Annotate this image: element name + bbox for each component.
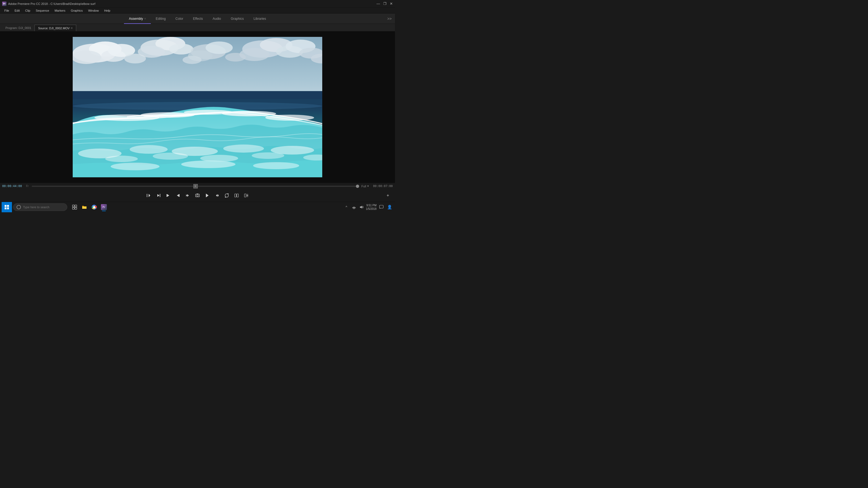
menu-window[interactable]: Window [86, 8, 101, 13]
step-back-button[interactable] [155, 192, 162, 199]
zoom-dropdown-icon[interactable]: ▾ [367, 184, 369, 188]
workspace-bar: Assembly ≡ Editing Color Effects Audio G… [0, 13, 395, 24]
add-controls-button[interactable]: + [384, 192, 392, 199]
svg-marker-59 [216, 194, 218, 197]
maximize-button[interactable]: ❐ [383, 2, 386, 5]
play-button[interactable] [204, 192, 211, 199]
svg-marker-58 [206, 194, 209, 197]
step-forward-button[interactable] [213, 192, 221, 199]
volume-icon[interactable] [358, 204, 365, 210]
overwrite-button[interactable] [243, 192, 250, 199]
assembly-menu-icon[interactable]: ≡ [144, 17, 146, 20]
title-left: Pr Adobe Premiere Pro CC 2018 - C:\Users… [2, 2, 95, 6]
source-monitor-tab[interactable]: Source: DJI_0002.MOV ≡ [34, 25, 76, 31]
svg-rect-68 [7, 205, 9, 207]
svg-marker-53 [187, 194, 189, 197]
svg-point-11 [206, 41, 233, 54]
svg-point-21 [183, 56, 202, 64]
svg-point-31 [265, 115, 314, 121]
monitor-panel: Program: DJI_0001 Source: DJI_0002.MOV ≡ [0, 24, 395, 202]
svg-point-42 [111, 163, 159, 170]
svg-point-35 [223, 144, 264, 153]
svg-rect-71 [72, 205, 74, 207]
export-frame-button[interactable] [194, 192, 201, 199]
minimize-button[interactable]: — [376, 2, 380, 5]
tab-editing[interactable]: Editing [151, 13, 170, 24]
svg-rect-57 [197, 194, 198, 194]
svg-rect-51 [179, 194, 180, 197]
file-explorer-icon[interactable] [80, 202, 89, 212]
chevron-up-icon[interactable]: ^ [343, 204, 350, 210]
svg-rect-73 [72, 207, 74, 209]
system-clock[interactable]: 9:51 PM 1/5/2018 [366, 204, 376, 210]
network-icon[interactable] [351, 204, 357, 210]
scrubber-track[interactable]: ⊞ [32, 186, 359, 187]
loop-button[interactable] [223, 192, 230, 199]
video-area [0, 31, 395, 183]
search-box[interactable] [13, 203, 67, 211]
svg-point-19 [124, 54, 146, 63]
tab-libraries[interactable]: Libraries [249, 13, 271, 24]
svg-point-77 [93, 206, 95, 208]
source-tab-settings-icon[interactable]: ≡ [71, 26, 73, 30]
menu-markers[interactable]: Markers [52, 8, 67, 13]
svg-marker-45 [149, 194, 150, 197]
tab-effects[interactable]: Effects [188, 13, 208, 24]
task-view-icon[interactable] [70, 202, 79, 212]
insert-button[interactable] [233, 192, 240, 199]
workspace-more-button[interactable]: >> [388, 17, 392, 21]
svg-rect-49 [166, 194, 167, 197]
svg-marker-60 [218, 194, 219, 197]
svg-point-30 [222, 111, 276, 116]
tab-audio[interactable]: Audio [208, 13, 226, 24]
svg-rect-67 [5, 205, 6, 207]
menu-file[interactable]: File [2, 8, 11, 13]
video-content [73, 37, 322, 177]
scrubber-handle-right[interactable] [356, 185, 359, 188]
svg-marker-79 [360, 206, 362, 208]
menu-edit[interactable]: Edit [12, 8, 22, 13]
chrome-icon[interactable] [90, 202, 99, 212]
svg-marker-52 [177, 194, 179, 197]
svg-marker-50 [167, 194, 169, 197]
center-marker[interactable]: ⊞ [193, 184, 198, 188]
tab-assembly[interactable]: Assembly ≡ [124, 13, 151, 24]
menu-bar: File Edit Clip Sequence Markers Graphics… [0, 8, 395, 13]
people-icon[interactable]: 👤 [386, 204, 393, 210]
menu-help[interactable]: Help [102, 8, 113, 13]
start-button[interactable] [2, 202, 12, 212]
close-button[interactable]: ✕ [390, 2, 393, 5]
notification-center-button[interactable] [378, 203, 385, 211]
svg-rect-70 [7, 207, 9, 209]
current-time-display: 00:00:44:00 [2, 184, 24, 188]
menu-sequence[interactable]: Sequence [34, 8, 52, 13]
premiere-icon[interactable]: Pr [99, 202, 108, 212]
svg-marker-48 [157, 194, 159, 197]
step-frame-back-button[interactable] [184, 192, 191, 199]
taskbar-center: Pr [69, 202, 110, 212]
tab-graphics[interactable]: Graphics [226, 13, 249, 24]
program-monitor-tab[interactable]: Program: DJI_0001 [2, 25, 34, 31]
window-controls[interactable]: — ❐ ✕ [376, 2, 393, 5]
search-icon [17, 205, 21, 209]
trim-next-button[interactable] [174, 192, 182, 199]
video-frame [73, 37, 322, 177]
svg-point-3 [73, 51, 101, 64]
svg-rect-61 [235, 194, 236, 197]
menu-graphics[interactable]: Graphics [69, 8, 85, 13]
svg-point-56 [197, 195, 198, 196]
app-icon: Pr [2, 2, 6, 6]
menu-clip[interactable]: Clip [23, 8, 33, 13]
svg-point-44 [253, 162, 299, 169]
tab-color[interactable]: Color [170, 13, 188, 24]
svg-rect-69 [5, 207, 6, 209]
mark-in-button[interactable] [145, 192, 152, 199]
zoom-control[interactable]: Full ▾ [361, 184, 369, 188]
svg-point-37 [105, 156, 138, 162]
premiere-app-icon: Pr [101, 204, 107, 210]
taskbar: Pr ^ 9:51 PM 1/5/2018 👤 [0, 202, 395, 212]
search-input[interactable] [23, 205, 50, 209]
timeline-scrubber: 00:00:44:00 Fr ⊞ Full ▾ 00:00:07:00 [0, 183, 395, 190]
svg-rect-80 [379, 205, 383, 208]
trim-prev-button[interactable] [164, 192, 172, 199]
